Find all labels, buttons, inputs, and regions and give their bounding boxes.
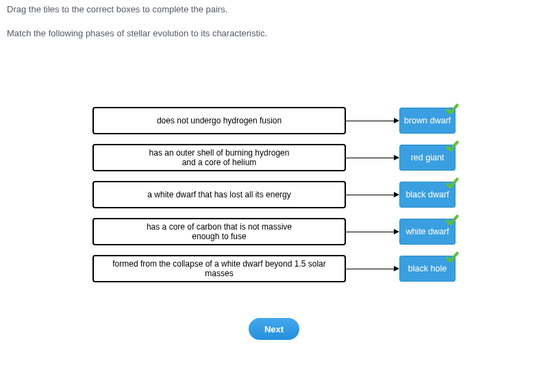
answer-tile[interactable]: brown dwarf [399,108,456,134]
description-box[interactable]: has a core of carbon that is not massive… [92,218,346,245]
answer-tile[interactable]: black hole [399,256,456,282]
arrow-icon [346,269,399,269]
question-text: Match the following phases of stellar ev… [7,28,541,38]
checkmark-icon [445,251,459,265]
arrow-icon [346,121,399,121]
description-box[interactable]: a white dwarf that has lost all its ener… [92,181,346,208]
answer-tile[interactable]: white dwarf [399,219,456,245]
pairs-container: does not undergo hydrogen fusion brown d… [7,107,541,282]
checkmark-icon [445,140,459,154]
arrow-icon [346,232,399,232]
description-box[interactable]: has an outer shell of burning hydrogenan… [92,144,346,171]
description-box[interactable]: does not undergo hydrogen fusion [92,107,346,134]
checkmark-icon [445,214,459,228]
answer-label: red giant [411,153,445,162]
answer-label: brown dwarf [404,116,451,125]
pair-row: has a core of carbon that is not massive… [92,218,456,245]
pair-row: does not undergo hydrogen fusion brown d… [92,107,456,134]
next-button[interactable]: Next [249,318,299,340]
checkmark-icon [445,177,459,191]
arrow-icon [346,195,399,195]
arrow-icon [346,158,399,158]
answer-label: white dwarf [406,227,449,236]
pair-row: formed from the collapse of a white dwar… [92,255,456,282]
pair-row: has an outer shell of burning hydrogenan… [92,144,456,171]
answer-label: black hole [408,264,447,273]
instructions-text: Drag the tiles to the correct boxes to c… [7,4,541,14]
description-box[interactable]: formed from the collapse of a white dwar… [92,255,346,282]
answer-tile[interactable]: black dwarf [399,182,456,208]
pair-row: a white dwarf that has lost all its ener… [92,181,456,208]
answer-label: black dwarf [406,190,449,199]
answer-tile[interactable]: red giant [399,145,456,171]
checkmark-icon [445,103,459,117]
